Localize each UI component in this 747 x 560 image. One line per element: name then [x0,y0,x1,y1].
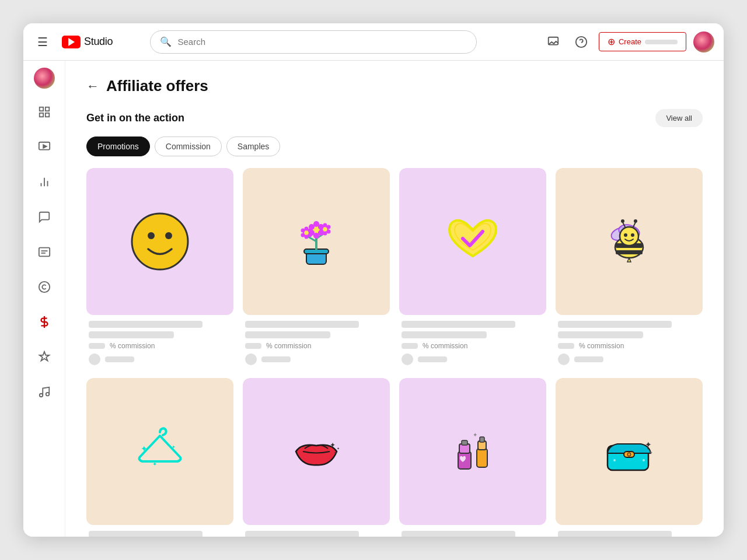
svg-point-55 [631,233,634,237]
commission-skeleton [402,343,418,349]
sidebar-item-dashboard[interactable] [28,96,61,128]
product-card-4[interactable]: % commission [556,168,703,369]
create-button[interactable]: ⊕ Create [599,32,686,51]
commission-text-1: % commission [110,342,155,350]
product-card-3[interactable]: % commission [399,168,546,369]
hamburger-button[interactable]: ☰ [33,30,53,54]
svg-text:✦: ✦ [330,441,336,449]
skeleton [89,321,203,328]
commission-row-4: % commission [558,342,700,350]
tab-samples[interactable]: Samples [226,136,280,156]
svg-point-38 [305,235,309,239]
logo-area[interactable]: Studio [62,36,113,48]
seller-avatar-1 [89,354,100,365]
sidebar [23,61,65,537]
seller-row-3 [402,354,544,365]
product-card-8[interactable]: ✦ ✦ ✦ % commission [556,378,703,537]
product-info-2: % commission [243,315,390,369]
svg-point-21 [165,232,172,239]
svg-point-45 [323,232,327,236]
product-card-5[interactable]: ✦ ✦ ✦ % commission [86,378,233,537]
product-info-7: % commission [399,525,546,537]
sidebar-item-subtitles[interactable] [28,236,61,268]
product-card-7[interactable]: ✦ % commission [399,378,546,537]
product-image-1 [86,168,233,315]
view-all-button[interactable]: View all [655,109,703,127]
section-title: Get in on the action [86,112,184,124]
svg-rect-3 [39,107,43,111]
product-image-7: ✦ [399,378,546,525]
commission-row-1: % commission [89,342,231,350]
product-card-1[interactable]: % commission [86,168,233,369]
create-icon: ⊕ [608,36,615,47]
svg-point-42 [323,223,327,228]
help-button[interactable] [571,32,592,52]
commission-row-2: % commission [245,342,388,350]
back-button[interactable]: ← [86,79,99,94]
product-image-4 [556,168,703,315]
svg-point-59 [634,219,637,223]
svg-point-77 [613,459,616,461]
product-info-5: % commission [86,525,233,537]
svg-marker-8 [43,145,47,148]
skeleton [89,531,203,537]
svg-rect-5 [39,113,43,117]
commission-row-3: % commission [402,342,544,350]
svg-text:✦: ✦ [648,450,653,456]
product-card-6[interactable]: ✦ ✦ ✦ % commission [243,378,390,537]
svg-rect-69 [462,440,467,445]
svg-rect-6 [45,113,48,117]
product-info-3: % commission [399,315,546,369]
avatar[interactable] [693,32,714,52]
main-content: ← Affiliate offers Get in on the action … [65,61,724,537]
svg-point-78 [643,459,645,461]
commission-text-3: % commission [423,342,467,350]
search-bar[interactable]: 🔍 [150,30,477,54]
sidebar-item-comments[interactable] [28,201,61,233]
sidebar-item-content[interactable] [28,131,61,163]
svg-rect-12 [39,248,49,257]
skeleton [558,321,672,328]
svg-point-19 [132,214,188,270]
product-grid: % commission [86,168,703,537]
tabs-container: Promotions Commission Samples [86,136,703,156]
commission-skeleton [89,343,105,349]
commission-skeleton [245,343,261,349]
skeleton [402,321,515,328]
svg-point-47 [320,225,324,229]
tab-promotions[interactable]: Promotions [86,136,150,156]
seller-avatar-3 [402,354,413,365]
seller-row-2 [245,354,388,365]
sidebar-item-analytics[interactable] [28,166,61,198]
svg-point-35 [305,227,309,231]
sidebar-item-monetize[interactable] [28,306,61,338]
sidebar-item-copyright[interactable] [28,271,61,303]
seller-name-skeleton-4 [574,356,603,362]
svg-point-20 [148,232,155,239]
section-header: Get in on the action View all [86,109,703,127]
feedback-button[interactable] [543,32,564,52]
svg-point-36 [308,229,312,233]
nav-actions: ⊕ Create [543,32,714,52]
create-label: Create [619,37,641,46]
sidebar-item-customize[interactable] [28,341,61,373]
product-image-8: ✦ ✦ ✦ [556,378,703,525]
youtube-logo-icon [62,36,81,48]
skeleton [402,531,515,537]
commission-text-4: % commission [579,342,624,350]
seller-avatar-2 [245,354,257,365]
svg-rect-52 [616,250,643,254]
search-input[interactable] [177,37,467,47]
svg-point-17 [39,394,43,397]
skeleton [402,331,487,338]
product-card-2[interactable]: % commission [243,168,390,369]
seller-row-1 [89,354,231,365]
svg-point-44 [327,230,331,234]
product-info-6: % commission [243,525,390,537]
skeleton [245,331,330,338]
sidebar-item-audio[interactable] [28,376,61,408]
sidebar-avatar[interactable] [34,68,55,89]
layout: ← Affiliate offers Get in on the action … [23,61,724,537]
tab-commission[interactable]: Commission [155,136,222,156]
svg-point-54 [624,233,627,237]
